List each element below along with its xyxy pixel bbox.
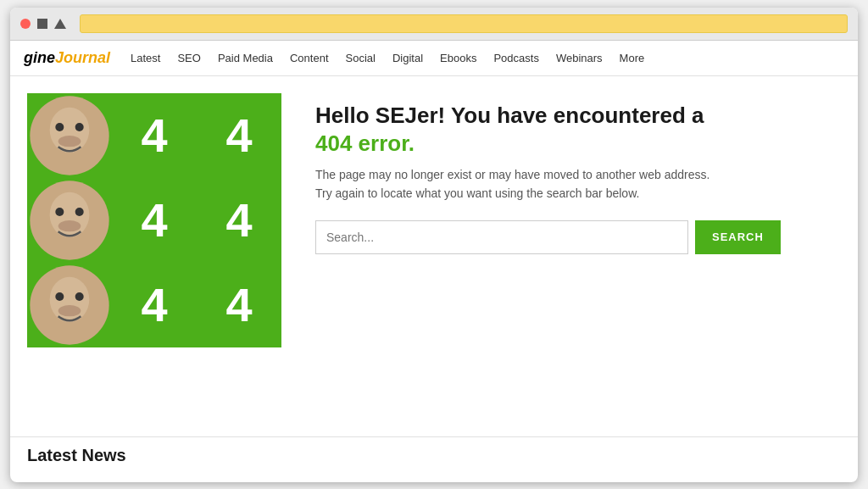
grid-cell-4-6: 4 xyxy=(197,263,281,347)
svg-point-8 xyxy=(75,208,84,216)
browser-chrome xyxy=(10,8,858,41)
svg-point-3 xyxy=(75,123,84,131)
zoom-button[interactable] xyxy=(54,19,66,29)
face-icon-3 xyxy=(27,263,112,347)
nav-item-digital[interactable]: Digital xyxy=(392,52,423,64)
svg-point-12 xyxy=(55,292,64,301)
latest-news-title: Latest News xyxy=(27,446,841,465)
error-title-line1: Hello SEJer! You have encountered a xyxy=(315,103,704,128)
nav-item-latest[interactable]: Latest xyxy=(131,52,160,64)
svg-point-4 xyxy=(58,136,81,147)
grid-cell-face-3 xyxy=(27,263,112,347)
error-info: Hello SEJer! You have encountered a 404 … xyxy=(315,93,841,420)
logo-journal: Journal xyxy=(55,49,110,66)
nav-item-social[interactable]: Social xyxy=(346,52,376,64)
nav-item-paid-media[interactable]: Paid Media xyxy=(218,52,273,64)
error-description: The page may no longer exist or may have… xyxy=(315,165,722,203)
grid-cell-4-2: 4 xyxy=(197,93,281,178)
site-logo[interactable]: gineJournal xyxy=(24,49,110,67)
error-title: Hello SEJer! You have encountered a 404 … xyxy=(315,102,841,159)
grid-cell-4-3: 4 xyxy=(112,178,197,263)
svg-point-13 xyxy=(75,292,84,301)
grid-cell-4-1: 4 xyxy=(112,93,197,178)
browser-window: gineJournal Latest SEO Paid Media Conten… xyxy=(10,8,858,482)
grid-cell-face-1 xyxy=(27,93,112,178)
face-icon-1 xyxy=(27,93,112,178)
error-image-grid: 4 4 4 4 xyxy=(27,93,281,347)
error-code: 404 error. xyxy=(315,131,415,156)
search-row: SEARCH xyxy=(315,220,841,254)
nav-item-ebooks[interactable]: Ebooks xyxy=(440,52,476,64)
nav-menu: Latest SEO Paid Media Content Social Dig… xyxy=(131,52,644,64)
svg-point-9 xyxy=(58,220,81,231)
latest-news-section: Latest News xyxy=(10,436,858,482)
grid-cell-4-4: 4 xyxy=(197,178,281,263)
address-bar[interactable] xyxy=(80,14,848,33)
nav-item-seo[interactable]: SEO xyxy=(177,52,200,64)
page-content: 4 4 4 4 xyxy=(10,76,858,436)
svg-point-14 xyxy=(58,305,81,316)
face-icon-2 xyxy=(27,178,112,263)
svg-point-7 xyxy=(55,208,64,216)
nav-item-webinars[interactable]: Webinars xyxy=(556,52,603,64)
svg-point-2 xyxy=(55,123,64,131)
grid-cell-face-2 xyxy=(27,178,112,263)
search-input[interactable] xyxy=(315,220,688,254)
minimize-button[interactable] xyxy=(37,19,47,29)
nav-item-content[interactable]: Content xyxy=(290,52,329,64)
nav-item-more[interactable]: More xyxy=(620,52,645,64)
nav-bar: gineJournal Latest SEO Paid Media Conten… xyxy=(10,41,858,76)
grid-cell-4-5: 4 xyxy=(112,263,197,347)
logo-engine: gine xyxy=(24,49,55,66)
close-button[interactable] xyxy=(20,19,31,29)
nav-item-podcasts[interactable]: Podcasts xyxy=(493,52,538,64)
search-button[interactable]: SEARCH xyxy=(695,220,781,254)
